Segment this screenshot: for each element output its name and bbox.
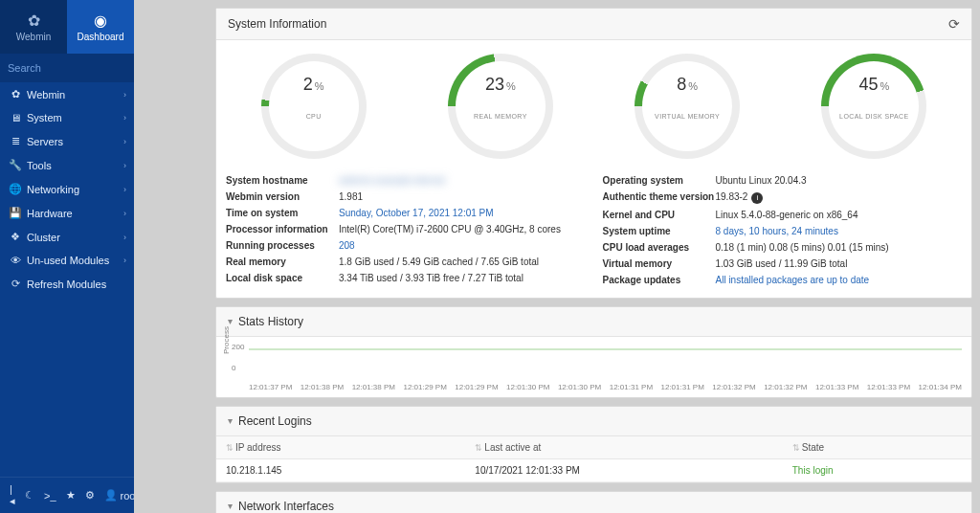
info-value: 8 days, 10 hours, 24 minutes — [716, 226, 963, 236]
info-key: Authentic theme version — [603, 191, 716, 204]
info-row: Processor informationIntel(R) Core(TM) i… — [226, 221, 586, 237]
sidebar: ✿ Webmin ◉ Dashboard 🔍 ✿Webmin›🖥System›≣… — [0, 0, 134, 513]
main-content: System Information ⟳ 2% CPU 23% REAL MEM… — [134, 0, 980, 513]
star-icon[interactable]: ★ — [66, 489, 76, 502]
info-row: Operating systemUbuntu Linux 20.04.3 — [603, 172, 963, 189]
tick-label: 12:01:30 PM — [506, 383, 549, 391]
info-key: System uptime — [603, 226, 716, 236]
nav-icon: ❖ — [8, 231, 23, 243]
collapse-caret-icon: ▾ — [228, 415, 233, 426]
tick-label: 12:01:32 PM — [712, 383, 755, 391]
sidebar-item-label: System — [23, 112, 123, 123]
tick-label: 12:01:38 PM — [352, 383, 395, 391]
sidebar-item-label: Servers — [23, 136, 123, 147]
night-icon[interactable]: ☾ — [25, 489, 34, 502]
sidebar-item-hardware[interactable]: 💾Hardware› — [0, 201, 134, 225]
info-key: Package updates — [603, 275, 716, 285]
stats-ymin: 0 — [232, 364, 235, 372]
info-icon[interactable]: i — [751, 192, 763, 204]
sidebar-bottom: |◂ ☾ >_ ★ ⚙ 👤 root ⏻ — [0, 477, 134, 513]
sidebar-item-tools[interactable]: 🔧Tools› — [0, 153, 134, 177]
tab-dashboard[interactable]: ◉ Dashboard — [67, 0, 134, 54]
info-row: Running processes208 — [226, 237, 586, 254]
info-key: Kernel and CPU — [603, 210, 716, 220]
panel-recent-logins: ▾ Recent Logins ⇅IP address ⇅Last active… — [215, 406, 972, 483]
tick-label: 12:01:33 PM — [867, 383, 910, 391]
chevron-right-icon: › — [123, 161, 126, 170]
info-key: Local disk space — [226, 273, 339, 283]
gauge-virtual-memory: 8% VIRTUAL MEMORY — [635, 54, 740, 159]
chevron-right-icon: › — [123, 113, 126, 123]
logins-header[interactable]: ▾ Recent Logins — [216, 407, 971, 436]
cell-last: 10/17/2021 12:01:33 PM — [465, 458, 782, 481]
sidebar-item-label: Hardware — [23, 208, 123, 219]
terminal-icon[interactable]: >_ — [44, 490, 56, 502]
dashboard-icon: ◉ — [94, 11, 107, 30]
cell-ip: 10.218.1.145 — [216, 458, 465, 481]
info-row: Local disk space3.34 TiB used / 3.93 TiB… — [226, 270, 586, 286]
info-key: Operating system — [603, 175, 716, 186]
info-key: Real memory — [226, 256, 339, 267]
stats-title: Stats History — [238, 315, 303, 328]
nav-icon: 🔧 — [8, 159, 23, 171]
info-link[interactable]: All installed packages are up to date — [716, 275, 870, 285]
col-ip[interactable]: ⇅IP address — [216, 436, 465, 459]
sidebar-item-refresh-modules[interactable]: ⟳Refresh Modules — [0, 272, 134, 296]
col-state[interactable]: ⇅State — [783, 436, 971, 459]
col-last[interactable]: ⇅Last active at — [465, 436, 782, 459]
gauge-cpu: 2% CPU — [261, 54, 367, 159]
sidebar-item-cluster[interactable]: ❖Cluster› — [0, 225, 134, 249]
tick-label: 12:01:33 PM — [815, 383, 858, 391]
info-link[interactable]: Sunday, October 17, 2021 12:01 PM — [339, 208, 494, 218]
chevron-right-icon: › — [123, 209, 126, 218]
info-link[interactable]: 8 days, 10 hours, 24 minutes — [716, 226, 838, 236]
tab-webmin[interactable]: ✿ Webmin — [0, 0, 67, 54]
settings-icon[interactable]: ⚙ — [85, 489, 95, 502]
collapse-caret-icon: ▾ — [228, 501, 233, 511]
stats-ymax: 200 — [232, 343, 244, 351]
search-input[interactable] — [8, 62, 140, 74]
nav-icon: 👁 — [8, 255, 23, 266]
sidebar-item-un-used-modules[interactable]: 👁Un-used Modules› — [0, 249, 134, 272]
panel-network-interfaces: ▾ Network Interfaces ⇅Name ⇅Type ⇅Interf… — [215, 491, 972, 514]
sidebar-item-system[interactable]: 🖥System› — [0, 106, 134, 129]
chevron-right-icon: › — [123, 90, 126, 100]
sidebar-item-label: Cluster — [23, 232, 123, 243]
info-link[interactable]: 208 — [339, 240, 355, 251]
info-row: CPU load averages0.18 (1 min) 0.08 (5 mi… — [603, 239, 963, 256]
stats-ylabel: Process — [222, 326, 231, 354]
info-value: All installed packages are up to date — [716, 275, 963, 285]
sidebar-item-servers[interactable]: ≣Servers› — [0, 129, 134, 153]
nav-icon: 💾 — [8, 207, 23, 219]
gauge-vmem-label: VIRTUAL MEMORY — [655, 113, 720, 120]
sidebar-tabs: ✿ Webmin ◉ Dashboard — [0, 0, 134, 54]
gauge-local-disk: 45% LOCAL DISK SPACE — [821, 54, 926, 159]
sidebar-item-label: Refresh Modules — [23, 279, 126, 290]
sidebar-item-webmin[interactable]: ✿Webmin› — [0, 82, 134, 106]
chevron-right-icon: › — [123, 185, 126, 194]
sidebar-item-networking[interactable]: 🌐Networking› — [0, 177, 134, 201]
info-key: Time on system — [226, 208, 339, 218]
sysinfo-columns: System hostnamewebmin.example.internalWe… — [216, 167, 971, 298]
info-value: Sunday, October 17, 2021 12:01 PM — [339, 208, 586, 218]
info-row: Authentic theme version19.83-2i — [603, 189, 963, 207]
info-key: System hostname — [226, 175, 339, 186]
collapse-icon[interactable]: |◂ — [10, 483, 15, 507]
sysinfo-header: System Information ⟳ — [216, 9, 971, 40]
tick-label: 12:01:30 PM — [558, 383, 601, 391]
tick-label: 12:01:38 PM — [301, 383, 344, 391]
stats-sparkline: 200 0 — [249, 343, 962, 381]
gauge-cpu-label: CPU — [306, 113, 322, 120]
chevron-right-icon: › — [123, 233, 126, 242]
tick-label: 12:01:32 PM — [764, 383, 807, 391]
tick-label: 12:01:31 PM — [661, 383, 704, 391]
net-header[interactable]: ▾ Network Interfaces — [216, 492, 971, 514]
info-row: Webmin version1.981 — [226, 189, 586, 205]
info-value: 19.83-2i — [716, 191, 963, 204]
refresh-icon[interactable]: ⟳ — [948, 16, 960, 32]
stats-header[interactable]: ▾ Stats History — [216, 307, 971, 337]
info-row: Package updatesAll installed packages ar… — [603, 272, 963, 288]
table-row: 10.218.1.14510/17/2021 12:01:33 PMThis l… — [216, 458, 971, 481]
info-key: Webmin version — [226, 191, 339, 202]
info-row: Time on systemSunday, October 17, 2021 1… — [226, 205, 586, 221]
